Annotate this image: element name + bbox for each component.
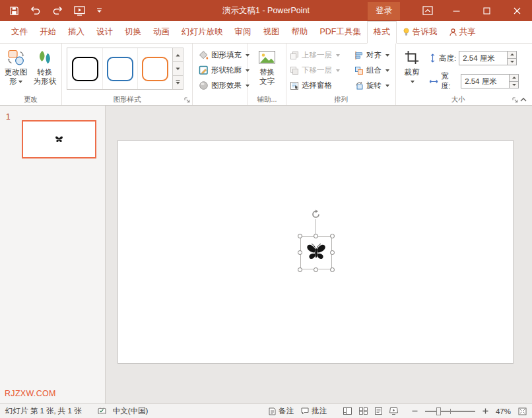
group-label-size: 大小: [397, 94, 519, 105]
gallery-scroll-down-icon[interactable]: [173, 61, 183, 75]
convert-to-shape-button[interactable]: 转换 为形状: [30, 45, 59, 94]
style-thumb-blue-outline: [107, 57, 133, 81]
normal-view-button[interactable]: [343, 407, 352, 415]
shape-style-option-1[interactable]: [67, 48, 102, 89]
shape-styles-dialog-launcher-icon[interactable]: [184, 97, 190, 103]
width-step-down-icon[interactable]: [510, 81, 518, 88]
zoom-slider[interactable]: [425, 411, 475, 412]
crop-button[interactable]: 裁剪: [397, 45, 426, 94]
start-slideshow-icon[interactable]: [74, 6, 85, 16]
group-icon: [354, 66, 364, 75]
spellcheck-icon[interactable]: [98, 407, 106, 415]
tab-transitions[interactable]: 切换: [119, 22, 147, 43]
resize-handle-w[interactable]: [298, 250, 302, 255]
undo-icon[interactable]: [30, 6, 41, 15]
lightbulb-icon: [403, 28, 410, 36]
tab-home[interactable]: 开始: [34, 22, 62, 43]
shape-selection: [300, 236, 332, 269]
redo-icon[interactable]: [52, 6, 63, 15]
maximize-icon[interactable]: [471, 0, 502, 21]
tab-help[interactable]: 帮助: [286, 22, 314, 43]
ribbon-tab-bar: 文件 开始 插入 设计 切换 动画 幻灯片放映 审阅 视图 帮助 PDF工具集 …: [0, 21, 532, 44]
selection-pane-button[interactable]: 选择窗格: [288, 79, 352, 92]
shape-outline-button[interactable]: 形状轮廓: [197, 63, 251, 77]
sign-in-button[interactable]: 登录: [368, 2, 400, 20]
rotate-button[interactable]: 旋转: [352, 79, 391, 92]
send-backward-button[interactable]: 下移一层: [288, 63, 352, 77]
comments-toggle[interactable]: 批注: [301, 406, 327, 416]
resize-handle-sw[interactable]: [298, 267, 302, 272]
tab-insert[interactable]: 插入: [62, 22, 90, 43]
bring-forward-button[interactable]: 上移一层: [288, 48, 352, 62]
tab-design[interactable]: 设计: [90, 22, 119, 43]
gallery-more-icon[interactable]: [173, 75, 183, 89]
size-dialog-launcher-icon[interactable]: [512, 97, 518, 103]
height-step-up-icon[interactable]: [508, 52, 516, 58]
slide-thumbnail-1[interactable]: [22, 120, 96, 158]
rotation-handle-icon[interactable]: [311, 209, 321, 219]
align-button[interactable]: 对齐: [352, 48, 391, 62]
resize-handle-nw[interactable]: [298, 234, 302, 238]
group-button[interactable]: 组合: [352, 63, 391, 77]
tab-file[interactable]: 文件: [5, 22, 34, 43]
gallery-scroll-up-icon[interactable]: [173, 48, 183, 61]
width-input[interactable]: [461, 75, 508, 88]
resize-handle-s[interactable]: [314, 267, 318, 272]
height-input[interactable]: [459, 52, 506, 65]
fit-window-icon[interactable]: [518, 407, 527, 415]
group-label-shape-styles: 图形样式: [63, 94, 191, 105]
tab-review[interactable]: 审阅: [229, 22, 257, 43]
selection-pane-icon: [290, 81, 299, 90]
tab-tell-me[interactable]: 告诉我: [397, 22, 444, 43]
close-icon[interactable]: [502, 0, 532, 21]
change-shape-button[interactable]: 更改图 形: [1, 45, 30, 94]
save-icon[interactable]: [9, 6, 19, 16]
tab-slideshow[interactable]: 幻灯片放映: [176, 22, 229, 43]
notes-toggle[interactable]: 备注: [269, 406, 294, 416]
slide-sorter-view-button[interactable]: [359, 407, 368, 415]
qat-dropdown-icon[interactable]: [96, 8, 102, 13]
zoom-level[interactable]: 47%: [496, 407, 511, 415]
shape-effects-icon: [199, 81, 209, 90]
reading-view-button[interactable]: [375, 407, 382, 415]
height-step-down-icon[interactable]: [508, 58, 516, 65]
tab-pdf-tools[interactable]: PDF工具集: [314, 22, 368, 43]
tab-format-active[interactable]: 格式: [367, 21, 397, 44]
chevron-down-icon: [411, 81, 415, 83]
group-label-arrange: 排列: [288, 94, 394, 105]
collapse-ribbon-icon[interactable]: [520, 98, 527, 102]
tab-view[interactable]: 视图: [257, 22, 286, 43]
slideshow-view-button[interactable]: [389, 407, 398, 415]
zoom-slider-thumb[interactable]: [436, 407, 441, 415]
alt-text-button[interactable]: 替换 文字: [253, 45, 282, 94]
notes-icon: [269, 407, 276, 415]
width-step-up-icon[interactable]: [510, 75, 518, 81]
tab-animations[interactable]: 动画: [147, 22, 176, 43]
status-bar: 幻灯片 第 1 张, 共 1 张 中文(中国) 备注 批注: [0, 403, 532, 418]
align-icon: [354, 51, 364, 60]
width-spinner: [461, 74, 519, 88]
zoom-out-icon[interactable]: [412, 408, 418, 414]
language-indicator[interactable]: 中文(中国): [113, 406, 149, 416]
shape-style-option-3[interactable]: [137, 48, 172, 89]
quick-access-toolbar: [0, 6, 102, 16]
resize-handle-se[interactable]: [330, 267, 335, 272]
chevron-down-icon: [18, 81, 22, 83]
ribbon-display-options-icon[interactable]: [415, 0, 441, 21]
resize-handle-e[interactable]: [330, 250, 335, 255]
shape-style-option-2[interactable]: [102, 48, 137, 89]
resize-handle-ne[interactable]: [330, 234, 335, 238]
minimize-icon[interactable]: [441, 0, 471, 21]
ribbon-group-shape-format-menus: 图形填充 形状轮廓 图形效果: [193, 44, 248, 105]
comments-icon: [301, 407, 309, 415]
shape-effects-button[interactable]: 图形效果: [197, 79, 251, 92]
resize-handle-n[interactable]: [314, 234, 318, 238]
tab-share[interactable]: 共享: [444, 22, 482, 43]
butterfly-shape[interactable]: [306, 242, 327, 262]
shape-fill-button[interactable]: 图形填充: [197, 48, 251, 62]
group-label-empty: [194, 94, 246, 105]
height-label: 高度:: [439, 53, 456, 63]
shape-fill-icon: [199, 50, 209, 60]
chevron-down-icon: [336, 54, 340, 57]
zoom-in-icon[interactable]: [482, 408, 488, 414]
